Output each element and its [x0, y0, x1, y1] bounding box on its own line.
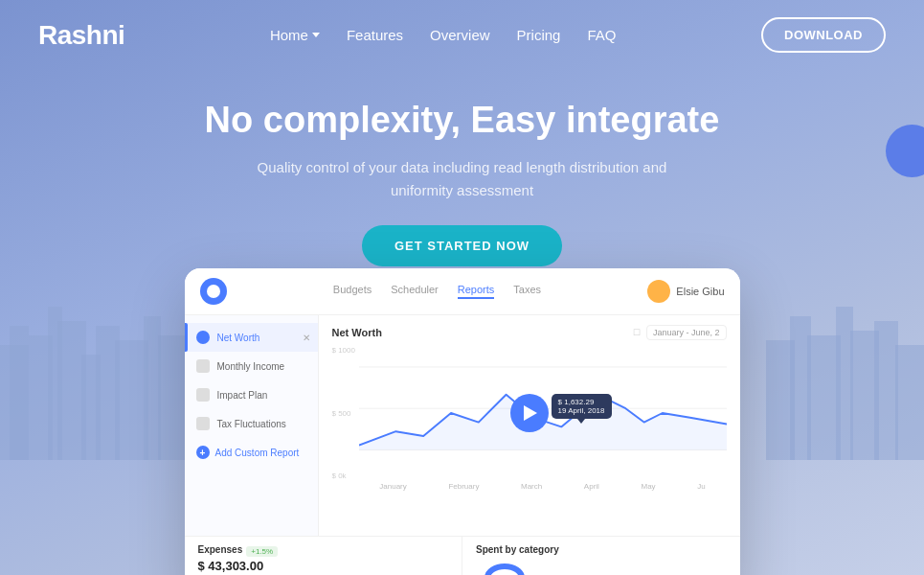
- dashboard-tabs: Budgets Scheduler Reports Taxes: [333, 284, 541, 299]
- dashboard-main: Net Worth ☐ January - June, 2 $ 1000 $ 5…: [319, 315, 740, 536]
- dashboard-logo: [200, 278, 227, 305]
- expenses-value: $ 43,303.00: [198, 559, 449, 573]
- sidebar-item-tax-fluctuations[interactable]: Tax Fluctuations: [185, 409, 318, 438]
- x-label-jun: Ju: [697, 482, 705, 491]
- tax-fluctuations-icon: [196, 417, 210, 430]
- y-label-mid: $ 500: [332, 409, 355, 418]
- dashboard-logo-inner: [207, 285, 220, 298]
- nav-item-overview[interactable]: Overview: [430, 27, 490, 44]
- x-label-jan: January: [379, 482, 406, 491]
- add-icon: +: [196, 446, 210, 459]
- play-button[interactable]: [510, 394, 549, 432]
- expenses-section: Expenses +1.5% $ 43,303.00: [185, 537, 463, 575]
- tooltip-value: $ 1,632.29: [558, 398, 605, 406]
- user-name: Elsie Gibu: [676, 286, 724, 297]
- chart-tooltip: $ 1,632.29 19 April, 2018: [552, 394, 612, 419]
- play-icon: [524, 405, 537, 421]
- svg-rect-9: [158, 335, 187, 460]
- hero-heading: No complexity, Easy integrate: [19, 99, 905, 143]
- dashboard-header: Budgets Scheduler Reports Taxes Elsie Gi…: [185, 268, 740, 315]
- download-button[interactable]: DOWNLOAD: [761, 17, 886, 53]
- sidebar-item-label: Add Custom Report: [215, 448, 300, 458]
- dashboard-body: Net Worth ✕ Monthly Income Impact Plan T…: [185, 315, 740, 536]
- chart-y-labels: $ 1000 $ 500 $ 0k: [332, 346, 355, 480]
- category-chart: [476, 559, 533, 575]
- x-label-apr: April: [584, 482, 599, 491]
- svg-rect-1: [10, 326, 29, 460]
- expenses-title: Expenses: [198, 544, 243, 555]
- navbar: Rashni Home Features Overview Pricing FA…: [0, 0, 924, 70]
- nav-item-features[interactable]: Features: [347, 27, 403, 44]
- avatar: [647, 280, 670, 303]
- sidebar-item-label: Monthly Income: [217, 361, 285, 372]
- cta-button[interactable]: GET STARTED NOW: [362, 225, 562, 266]
- tooltip-date: 19 April, 2018: [558, 406, 605, 415]
- close-icon[interactable]: ✕: [303, 333, 310, 343]
- chart-x-labels: January February March April May Ju: [332, 482, 727, 491]
- impact-plan-icon: [196, 388, 210, 402]
- dashboard-user: Elsie Gibu: [647, 280, 724, 303]
- dashboard-bottom: Expenses +1.5% $ 43,303.00 Spent by cate…: [185, 536, 740, 575]
- sidebar-item-label: Tax Fluctuations: [217, 419, 286, 429]
- net-worth-icon: [196, 331, 210, 344]
- spent-by-category-section: Spent by category: [462, 537, 740, 575]
- monthly-income-icon: [196, 359, 210, 373]
- tab-reports[interactable]: Reports: [458, 284, 495, 299]
- sidebar-item-monthly-income[interactable]: Monthly Income: [185, 352, 318, 380]
- svg-rect-12: [807, 335, 841, 460]
- sidebar-item-add-custom[interactable]: + Add Custom Report: [185, 438, 318, 467]
- spent-category-title: Spent by category: [476, 544, 727, 555]
- svg-rect-15: [874, 321, 898, 460]
- sidebar-item-label: Impact Plan: [217, 390, 268, 401]
- nav-item-faq[interactable]: FAQ: [587, 27, 616, 44]
- tab-taxes[interactable]: Taxes: [513, 284, 541, 299]
- x-label-may: May: [641, 482, 655, 491]
- nav-links: Home Features Overview Pricing FAQ: [270, 27, 617, 44]
- y-label-bottom: $ 0k: [332, 472, 355, 480]
- hero-subtext: Quality control of your data including r…: [252, 156, 673, 202]
- dashboard-preview: Budgets Scheduler Reports Taxes Elsie Gi…: [185, 268, 740, 575]
- x-label-mar: March: [521, 482, 542, 491]
- nav-item-home[interactable]: Home: [270, 27, 320, 43]
- x-label-feb: February: [448, 482, 479, 491]
- dashboard-sidebar: Net Worth ✕ Monthly Income Impact Plan T…: [185, 315, 319, 536]
- hero-section: No complexity, Easy integrate Quality co…: [0, 70, 924, 286]
- sidebar-item-net-worth[interactable]: Net Worth ✕: [185, 323, 318, 352]
- nav-item-pricing[interactable]: Pricing: [517, 27, 561, 44]
- tab-scheduler[interactable]: Scheduler: [391, 284, 439, 299]
- date-filter[interactable]: January - June, 2: [646, 325, 727, 340]
- tab-budgets[interactable]: Budgets: [333, 284, 372, 299]
- chart-header: Net Worth ☐ January - June, 2: [332, 325, 727, 340]
- svg-rect-16: [895, 345, 924, 460]
- sidebar-item-label: Net Worth: [217, 333, 260, 343]
- chart-title: Net Worth: [332, 327, 382, 338]
- sidebar-item-impact-plan[interactable]: Impact Plan: [185, 380, 318, 409]
- expenses-badge: +1.5%: [246, 546, 278, 557]
- chart-area: $ 1000 $ 500 $ 0k: [332, 346, 727, 480]
- y-label-top: $ 1000: [332, 346, 355, 355]
- logo: Rashni: [38, 20, 124, 51]
- svg-point-22: [487, 566, 522, 575]
- chevron-down-icon: [312, 33, 320, 37]
- svg-rect-7: [115, 340, 148, 460]
